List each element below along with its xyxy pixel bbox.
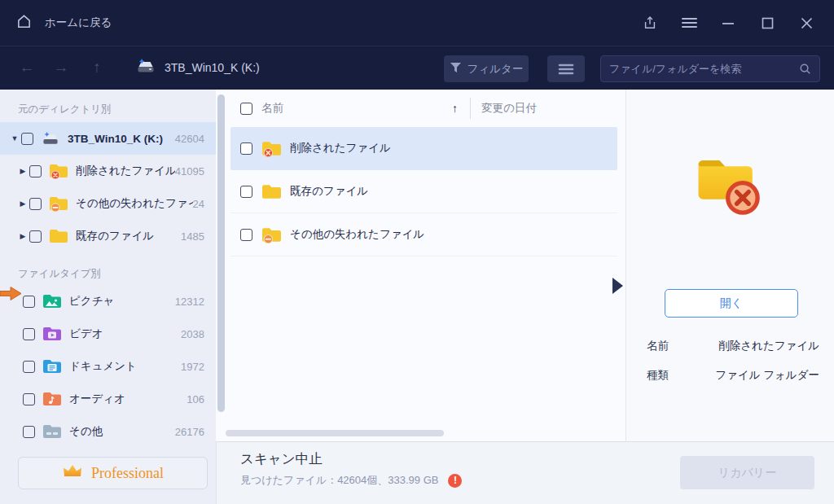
preview-field-type: 種類 ファイル フォルダー <box>647 368 819 383</box>
type-item-videos[interactable]: ビデオ 2038 <box>0 318 216 350</box>
tree-item-label: 3TB_Win10_K (K:) <box>68 133 175 145</box>
others-folder-icon <box>42 423 62 440</box>
app-window: ホームに戻る ← → <box>0 0 834 504</box>
type-item-audio[interactable]: オーディオ 106 <box>0 383 216 415</box>
item-count: 42604 <box>175 133 216 145</box>
deleted-folder-preview-icon <box>696 155 766 221</box>
sort-ascending-icon[interactable]: ↑ <box>452 102 458 115</box>
breadcrumb: 3TB_Win10_K (K:) <box>135 58 260 77</box>
row-label: 削除されたファイル <box>290 141 391 156</box>
checkbox[interactable] <box>240 142 252 155</box>
checkbox[interactable] <box>240 186 252 198</box>
search-box <box>600 55 820 82</box>
table-row-existing-files[interactable]: 既存のファイル <box>230 170 617 213</box>
file-table: 名前 ↑ 変更の日付 削除されたファイル 既存のフ <box>216 90 626 441</box>
item-count: 24 <box>193 198 216 210</box>
close-icon[interactable] <box>798 15 814 31</box>
checkbox[interactable] <box>23 328 35 340</box>
item-count: 2038 <box>181 328 216 340</box>
deleted-folder-icon <box>49 163 68 179</box>
checkbox[interactable] <box>29 198 42 210</box>
home-icon <box>16 14 32 32</box>
tree-item-existing-files[interactable]: ▶ 既存のファイル 1485 <box>0 220 216 252</box>
pointer-arrow-icon <box>0 285 22 305</box>
checkbox[interactable] <box>21 133 33 145</box>
preview-panel: 開く 名前 削除されたファイル 種類 ファイル フォルダー <box>626 90 834 441</box>
professional-label: Professional <box>91 465 164 482</box>
warning-icon[interactable]: ! <box>448 474 462 488</box>
home-button[interactable]: ホームに戻る <box>0 14 112 32</box>
checkbox[interactable] <box>29 165 42 177</box>
drive-label: 3TB_Win10_K (K:) <box>165 61 260 74</box>
table-row-deleted-files[interactable]: 削除されたファイル <box>230 127 617 170</box>
pictures-folder-icon <box>42 293 62 309</box>
nav-bar: ← → ↑ 3TB_Win10_K (K:) フィルター <box>0 46 834 90</box>
search-input[interactable] <box>601 63 799 75</box>
recover-button[interactable]: リカバリー <box>680 456 814 489</box>
home-label: ホームに戻る <box>45 15 112 30</box>
field-label: 種類 <box>647 368 669 383</box>
minimize-icon[interactable] <box>720 15 736 31</box>
expand-icon[interactable]: ▶ <box>16 232 29 240</box>
menu-icon[interactable] <box>681 15 697 31</box>
select-all-checkbox[interactable] <box>240 103 252 115</box>
collapse-expander-icon[interactable]: ▼ <box>8 134 21 142</box>
checkbox[interactable] <box>23 296 35 308</box>
sidebar-tree: 元のディレクトリ別 ▼ 3TB_Win10_K (K:) 42604 ▶ <box>0 90 216 441</box>
type-item-label: ドキュメント <box>69 359 181 374</box>
drive-icon <box>135 58 156 77</box>
professional-button[interactable]: Professional <box>18 457 208 489</box>
column-header-date[interactable]: 変更の日付 <box>481 101 537 116</box>
lost-folder-icon <box>261 226 282 243</box>
videos-folder-icon <box>42 326 62 342</box>
share-icon[interactable] <box>642 15 658 31</box>
tree-item-other-lost-files[interactable]: ▶ その他の失われたファイル 24 <box>0 187 216 220</box>
tree-item-label: 既存のファイル <box>76 229 181 243</box>
checkbox[interactable] <box>23 426 35 438</box>
type-item-others[interactable]: その他 26176 <box>0 415 216 441</box>
tree-item-label: 削除されたファイル <box>76 164 175 178</box>
field-value: ファイル フォルダー <box>715 368 819 383</box>
column-divider[interactable] <box>470 98 471 119</box>
checkbox[interactable] <box>23 361 35 373</box>
item-count: 1972 <box>181 361 216 373</box>
view-options-button[interactable] <box>547 55 585 82</box>
horizontal-scrollbar[interactable] <box>226 430 444 436</box>
item-count: 12312 <box>175 296 216 308</box>
checkbox[interactable] <box>23 393 35 405</box>
audio-folder-icon <box>42 391 62 407</box>
checkbox[interactable] <box>29 230 42 243</box>
panel-collapse-icon[interactable] <box>612 278 623 294</box>
filter-label: フィルター <box>467 62 524 77</box>
row-label: 既存のファイル <box>290 184 368 199</box>
preview-field-name: 名前 削除されたファイル <box>647 339 819 353</box>
tree-item-deleted-files[interactable]: ▶ 削除されたファイル 41095 <box>0 155 216 187</box>
item-count: 41095 <box>175 165 216 177</box>
maximize-icon[interactable] <box>759 15 775 31</box>
expand-icon[interactable]: ▶ <box>16 167 29 175</box>
forward-icon[interactable]: → <box>52 59 70 77</box>
table-header: 名前 ↑ 変更の日付 <box>216 90 626 127</box>
type-item-label: オーディオ <box>69 392 187 406</box>
search-icon[interactable] <box>799 63 819 75</box>
filter-button[interactable]: フィルター <box>444 55 529 82</box>
type-item-documents[interactable]: ドキュメント 1972 <box>0 350 216 383</box>
vertical-scrollbar[interactable] <box>217 94 225 412</box>
table-row-other-lost-files[interactable]: その他の失われたファイル <box>230 213 617 256</box>
tree-item-drive[interactable]: ▼ 3TB_Win10_K (K:) 42604 <box>0 122 216 155</box>
up-icon[interactable]: ↑ <box>88 59 106 77</box>
folder-icon <box>261 183 282 200</box>
tree-item-label: その他の失われたファイル <box>76 196 193 211</box>
expand-icon[interactable]: ▶ <box>16 199 29 208</box>
deleted-folder-icon <box>261 140 282 157</box>
open-label: 開く <box>720 296 743 311</box>
item-count: 106 <box>187 393 216 405</box>
lost-folder-icon <box>49 195 68 212</box>
column-header-name[interactable]: 名前 <box>261 101 283 116</box>
checkbox[interactable] <box>240 229 252 241</box>
back-icon[interactable]: ← <box>18 59 36 77</box>
filter-icon <box>450 62 462 76</box>
recover-label: リカバリー <box>718 466 776 480</box>
open-button[interactable]: 開く <box>665 289 798 318</box>
type-item-pictures[interactable]: ピクチャ 12312 <box>0 285 216 318</box>
